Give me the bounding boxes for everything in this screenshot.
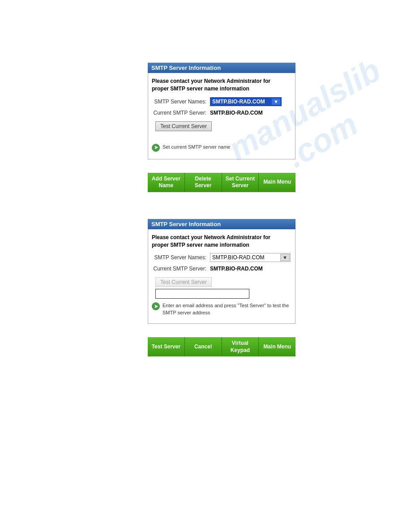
panel2-smtp-select-wrapper: SMTP.BIO-RAD.COM ▼	[210, 253, 291, 262]
panel2-smtp-label: SMTP Server Names:	[152, 254, 210, 261]
cancel-button[interactable]: Cancel	[185, 337, 222, 356]
panel1-hint-icon: ➤	[152, 144, 160, 152]
panel2-body: Please contact your Network Administrato…	[148, 229, 295, 324]
main-menu-button-2[interactable]: Main Menu	[259, 337, 295, 356]
delete-server-button[interactable]: Delete Server	[185, 173, 222, 192]
panel1-smtp-label: SMTP Server Names:	[152, 99, 210, 105]
test-server-button[interactable]: Test Server	[148, 337, 185, 356]
panel2-test-button-row: Test Current Server	[152, 275, 291, 287]
main-menu-button-1[interactable]: Main Menu	[259, 173, 295, 192]
panel1-current-label: Current SMTP Server:	[152, 110, 210, 116]
panel2-current-label: Current SMTP Server:	[152, 266, 210, 272]
panel2-description: Please contact your Network Administrato…	[152, 234, 291, 249]
panel1-current-value: SMTP.BIO-RAD.COM	[210, 110, 263, 116]
panel1-action-bar: Add Server Name Delete Server Set Curren…	[148, 173, 295, 192]
add-server-line1: Add Server	[152, 176, 180, 182]
panel2-header: SMTP Server Information	[148, 219, 295, 229]
set-current-line1: Set Current	[226, 176, 255, 182]
panel2-smtp-field: SMTP Server Names: SMTP.BIO-RAD.COM ▼	[152, 253, 291, 262]
panel2-test-button: Test Current Server	[155, 277, 212, 287]
panel2-current-field: Current SMTP Server: SMTP.BIO-RAD.COM	[152, 266, 291, 272]
panel1-smtp-field: SMTP Server Names: SMTP.BIO-RAD.COM ▼	[152, 97, 291, 106]
add-server-line2: Name	[159, 182, 174, 189]
delete-server-line1: Delete	[195, 176, 211, 182]
panel1-hint-row: ➤ Set current SMTP server name	[152, 144, 291, 152]
panel1-current-field: Current SMTP Server: SMTP.BIO-RAD.COM	[152, 110, 291, 116]
smtp-panel-1: SMTP Server Information Please contact y…	[148, 63, 295, 159]
panel2-hint-text: Enter an email address and press "Test S…	[163, 302, 291, 316]
panel1-body: Please contact your Network Administrato…	[148, 73, 295, 159]
panel1-header: SMTP Server Information	[148, 63, 295, 73]
panel2-email-row	[152, 289, 291, 299]
panel1-smtp-select-wrapper: SMTP.BIO-RAD.COM ▼	[210, 97, 282, 106]
set-current-line2: Server	[232, 182, 248, 189]
panel2-hint-row: ➤ Enter an email address and press "Test…	[152, 302, 291, 316]
panel1-hint-text: Set current SMTP server name	[163, 144, 230, 150]
panel1-test-button[interactable]: Test Current Server	[155, 121, 212, 131]
virtual-keypad-button[interactable]: Virtual Keypad	[222, 337, 259, 356]
panel2-current-value: SMTP.BIO-RAD.COM	[210, 266, 263, 272]
smtp-panel-2: SMTP Server Information Please contact y…	[148, 219, 295, 324]
set-current-button[interactable]: Set Current Server	[222, 173, 259, 192]
panel1-description: Please contact your Network Administrato…	[152, 77, 291, 93]
panel1-test-button-row: Test Current Server	[152, 120, 291, 131]
email-input[interactable]	[155, 289, 249, 299]
delete-server-line2: Server	[195, 182, 211, 189]
virtual-keypad-line1: Virtual	[232, 340, 248, 346]
panel2-hint-icon: ➤	[152, 302, 160, 310]
virtual-keypad-line2: Keypad	[231, 347, 250, 353]
panel2-action-bar: Test Server Cancel Virtual Keypad Main M…	[148, 337, 295, 356]
panel2-smtp-select[interactable]: SMTP.BIO-RAD.COM	[210, 253, 291, 262]
panel1-smtp-select[interactable]: SMTP.BIO-RAD.COM	[210, 97, 282, 106]
add-server-button[interactable]: Add Server Name	[148, 173, 185, 192]
